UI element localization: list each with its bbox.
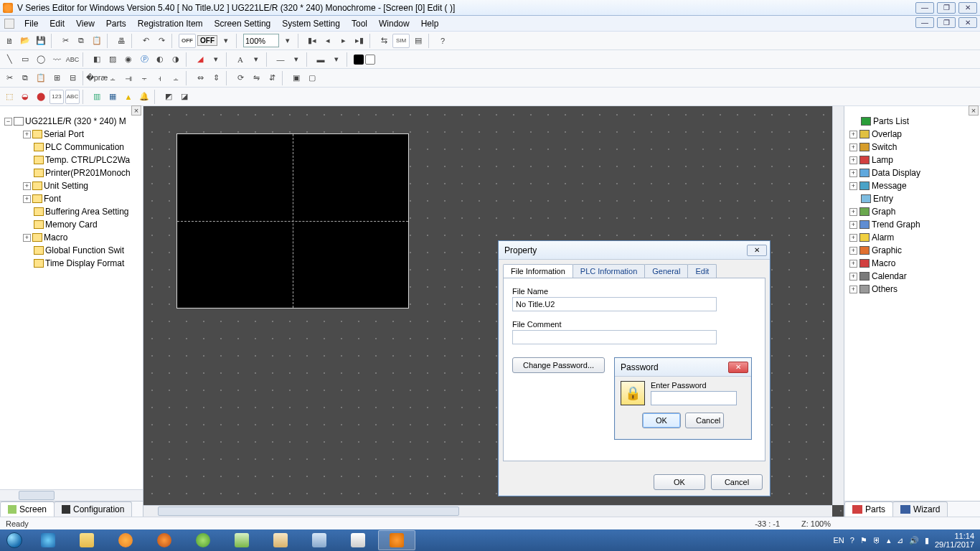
parts-item[interactable]: +Switch [847,141,977,154]
redo-icon[interactable]: ↷ [154,34,169,48]
maximize-button[interactable]: ❐ [937,2,956,14]
tree-item[interactable]: Global Function Swit [3,244,140,257]
parts-item[interactable]: +Message [847,179,977,192]
rect-icon[interactable]: ▭ [18,52,32,67]
parts-item[interactable]: +Calendar [847,270,977,283]
pattern2-icon[interactable]: Ⓟ [137,52,151,67]
parts-item[interactable]: +Graph [847,205,977,218]
tree-item[interactable]: +Font [3,192,140,205]
canvas-h-scroll[interactable] [143,505,832,517]
menu-parts[interactable]: Parts [100,17,132,31]
task-ie[interactable] [29,530,67,550]
parts-item[interactable]: +Alarm [847,231,977,244]
line-icon[interactable]: ╲ [2,52,17,67]
expand-icon[interactable]: + [23,131,31,138]
distribute-v-icon[interactable]: ⇕ [209,71,223,85]
palette-icon[interactable]: ▾ [209,52,223,67]
expand-icon[interactable]: + [849,247,857,255]
font-drop-icon[interactable]: ▾ [249,52,263,67]
task-excel[interactable] [223,530,260,550]
password-close-icon[interactable]: ✕ [728,362,748,373]
property-dialog-title[interactable]: Property ✕ [499,241,770,260]
menu-view[interactable]: View [70,17,100,31]
nav-prev-icon[interactable]: ◂ [321,34,335,48]
parts-item[interactable]: Parts List [847,115,977,128]
task-vseries[interactable] [378,530,415,550]
parts-item[interactable]: +Graphic [847,244,977,257]
bell-part-icon[interactable]: ▲ [121,90,136,104]
project-h-scroll[interactable] [0,489,143,501]
rotate-icon[interactable]: ⟳ [233,71,248,85]
tray-battery-icon[interactable]: ▮ [925,536,929,545]
tray-help-icon[interactable]: ? [850,536,854,545]
flip-h-icon[interactable]: ⇋ [249,71,263,85]
project-tree[interactable]: − UG221LE/R (320 * 240) M +Serial PortPL… [0,110,143,489]
alarm-part-icon[interactable]: ⬤ [34,90,48,104]
tab-general[interactable]: General [644,264,688,278]
line-drop-icon[interactable]: ▾ [289,52,303,67]
cut-icon[interactable]: ✂ [58,34,72,48]
mdi-restore[interactable]: ❐ [937,17,956,28]
polyline-icon[interactable]: 〰 [50,52,64,67]
tab-plc-information[interactable]: PLC Information [573,264,645,278]
tree-item[interactable]: Time Display Format [3,257,140,270]
task-unknown[interactable] [339,530,377,550]
tree-item[interactable]: Temp. CTRL/PLC2Wa [3,154,140,166]
task-paint[interactable] [262,530,299,550]
scissors-icon[interactable]: ✂ [2,71,17,85]
tree-item[interactable]: +Serial Port [3,128,140,141]
parts-list[interactable]: Parts List+Overlap+Switch+Lamp+Data Disp… [844,110,980,501]
new-icon[interactable]: 🗎 [2,34,17,48]
list-icon[interactable]: ▤ [411,34,425,48]
numeric-part-icon[interactable]: 123 [50,90,64,104]
dropdown-icon[interactable]: ▾ [219,34,233,48]
file-name-field[interactable] [512,297,717,311]
fgcolor-icon[interactable] [354,55,364,65]
align-left-icon[interactable]: �præ [90,71,104,85]
expand-icon[interactable]: + [849,286,857,293]
tree-item[interactable]: +Unit Setting [3,179,140,192]
menu-tool[interactable]: Tool [346,17,373,31]
task-firefox[interactable] [146,530,183,550]
paste-icon[interactable]: 📋 [90,34,104,48]
tree-item[interactable]: PLC Communication [3,141,140,154]
sim-icon[interactable]: SIM [392,34,410,48]
expand-icon[interactable]: + [849,156,857,164]
task-wmp[interactable] [107,530,144,550]
lamp-part-icon[interactable]: ◒ [18,90,32,104]
undo-icon[interactable]: ↶ [138,34,153,48]
screen-area[interactable] [176,133,409,309]
tree-item[interactable]: Printer(PR201Monoch [3,166,140,179]
property-cancel-button[interactable]: Cancel [711,474,763,490]
expand-icon[interactable]: + [23,182,31,190]
expand-icon[interactable]: + [23,195,31,203]
color-picker-icon[interactable]: ◢ [193,52,207,67]
extra2-icon[interactable]: ◪ [177,90,192,104]
password-ok-button[interactable]: OK [642,413,681,428]
extra1-icon[interactable]: ◩ [161,90,176,104]
tree-item[interactable]: Memory Card [3,218,140,231]
mdi-minimize[interactable]: — [915,17,934,28]
expand-icon[interactable]: + [849,182,857,190]
menu-help[interactable]: Help [415,17,445,31]
file-comment-field[interactable] [512,330,717,344]
text-tool-icon[interactable]: ABC [65,52,80,67]
bgcolor-icon[interactable] [365,55,375,65]
off-toggle[interactable]: OFF [197,35,217,46]
parts-item[interactable]: +Macro [847,257,977,270]
ungroup-icon[interactable]: ⊟ [65,71,80,85]
menu-registration-item[interactable]: Registration Item [132,17,209,31]
task-calc[interactable] [301,530,338,550]
brush1-icon[interactable]: ▬ [314,52,328,67]
nav-first-icon[interactable]: ▮◂ [305,34,319,48]
parts-item[interactable]: +Lamp [847,154,977,166]
tray-lang[interactable]: EN [834,536,844,545]
mdi-sys-icon[interactable] [4,19,14,29]
expand-icon[interactable]: + [849,208,857,216]
bell2-icon[interactable]: 🔔 [137,90,151,104]
paste2-icon[interactable]: 📋 [34,71,48,85]
tab-configuration[interactable]: Configuration [54,501,132,517]
font-a-icon[interactable]: A [233,52,248,67]
tab-edit[interactable]: Edit [687,264,717,278]
circle-fill-icon[interactable]: ◉ [121,52,136,67]
